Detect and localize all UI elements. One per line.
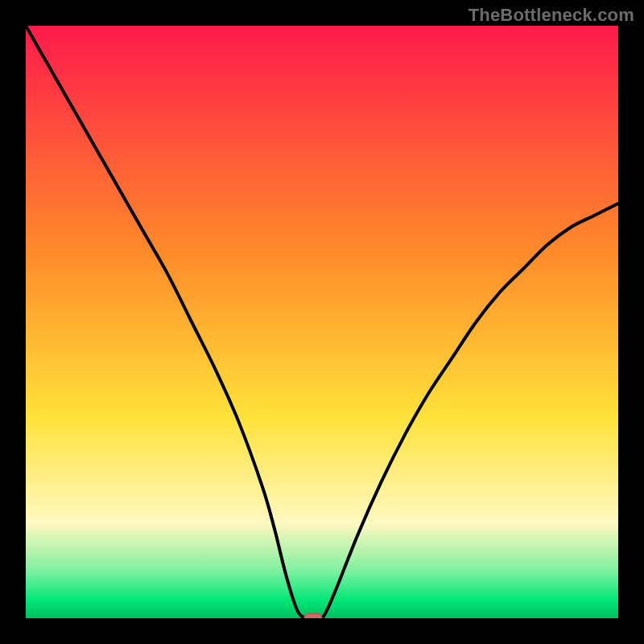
chart-svg (26, 26, 618, 618)
plot-area (26, 26, 618, 618)
chart-frame: TheBottleneck.com (0, 0, 644, 644)
watermark-text: TheBottleneck.com (469, 5, 634, 26)
minimum-marker (304, 613, 322, 618)
gradient-background (26, 26, 618, 618)
